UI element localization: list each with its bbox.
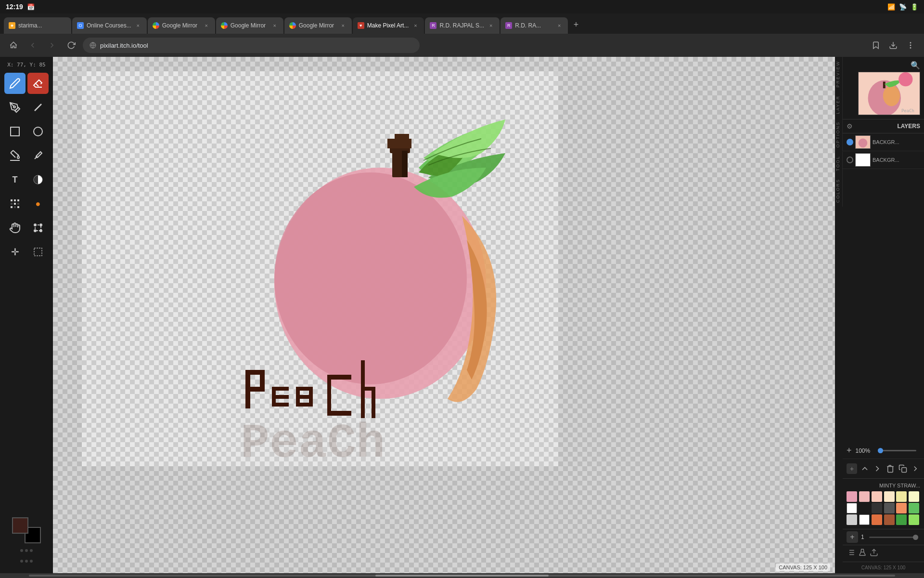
line-tool[interactable] (27, 97, 49, 118)
canvas-area[interactable]: PeaCh CANVAS: 125 X 100 (53, 57, 835, 573)
pencil-tool[interactable] (4, 73, 26, 94)
layer-slider[interactable] (869, 535, 918, 539)
tab-close-8[interactable]: × (555, 22, 563, 29)
delete-layer-button[interactable] (885, 462, 895, 475)
palette-color-4[interactable] (884, 491, 895, 502)
palette-color-14[interactable] (859, 514, 870, 525)
gear-icon[interactable]: ⚙ (847, 122, 853, 130)
tab-favicon-6: ♥ (358, 22, 364, 29)
tool-row-1 (0, 73, 53, 94)
move-layer-up-button[interactable] (860, 462, 870, 475)
palette-color-15[interactable] (872, 514, 882, 525)
spray-tool[interactable]: ● (27, 193, 49, 214)
layer-item-2[interactable]: BACKGR... (843, 151, 924, 169)
palette-color-1[interactable] (847, 491, 857, 502)
zoom-slider[interactable] (878, 450, 916, 451)
brush-tool[interactable] (4, 97, 26, 118)
tab-rd-8[interactable]: R R.D. RA... × (500, 17, 568, 34)
layer-visibility-1[interactable] (847, 139, 853, 145)
text-tool[interactable]: T (4, 169, 26, 190)
palette-color-9[interactable] (872, 503, 882, 513)
layer-item-1[interactable]: BACKGR... (843, 133, 924, 151)
palette-color-10[interactable] (884, 503, 895, 513)
palette-color-16[interactable] (884, 514, 895, 525)
tab-starima[interactable]: ★ starima... (4, 17, 71, 34)
url-bar[interactable]: pixilart.itch.io/tool (83, 38, 420, 53)
fill-tool[interactable] (4, 145, 26, 166)
palette-color-11[interactable] (896, 503, 907, 513)
scroll-track[interactable] (29, 575, 895, 577)
palette-color-8[interactable] (859, 503, 870, 513)
bottom-scrollbar[interactable] (0, 573, 924, 578)
palette-color-2[interactable] (859, 491, 870, 502)
home-button[interactable] (6, 38, 21, 53)
list-icon[interactable] (847, 548, 855, 559)
gradient-tool[interactable] (27, 169, 49, 190)
circle-tool[interactable] (27, 121, 49, 142)
eraser-tool[interactable] (27, 73, 49, 94)
palette-color-13[interactable] (847, 514, 857, 525)
move-layer-right-button[interactable] (873, 462, 882, 475)
hand-tool[interactable] (4, 217, 26, 238)
merge-layer-button[interactable] (911, 462, 920, 475)
palette-color-3[interactable] (872, 491, 882, 502)
zoom-handle[interactable] (878, 448, 883, 453)
export-icon[interactable] (870, 548, 878, 559)
tab-google-mirror-5[interactable]: Google Mirror × (284, 17, 352, 34)
tab-online-courses[interactable]: O Online Courses... × (72, 17, 147, 34)
back-button[interactable] (25, 38, 40, 53)
palette-color-7[interactable] (847, 503, 857, 513)
svg-point-33 (274, 172, 467, 384)
palette-color-5[interactable] (896, 491, 907, 502)
tab-close-6[interactable]: × (411, 22, 419, 29)
tab-rd-rajpal-7[interactable]: R R.D. RAJPAL S... × (425, 17, 500, 34)
refresh-button[interactable] (64, 38, 79, 53)
move-tool[interactable]: ✛ (4, 241, 26, 263)
tab-make-pixel-art[interactable]: ♥ Make Pixel Art... × (353, 17, 424, 34)
color-swatches[interactable] (12, 517, 41, 543)
add-layer-bottom-button[interactable]: + (847, 531, 858, 543)
tab-close-7[interactable]: × (487, 22, 495, 29)
plus-icon[interactable]: + (847, 446, 852, 456)
menu-button[interactable] (903, 38, 918, 53)
selection-tool[interactable] (27, 241, 49, 263)
bookmark-button[interactable] (868, 38, 884, 53)
eyedropper-tool[interactable] (27, 145, 49, 166)
svg-rect-54 (327, 375, 351, 380)
svg-rect-20 (17, 206, 19, 208)
palette-color-18[interactable] (909, 514, 919, 525)
forward-button[interactable] (44, 38, 60, 53)
tab-google-mirror-3[interactable]: Google Mirror × (148, 17, 215, 34)
tab-google-mirror-4[interactable]: Google Mirror × (216, 17, 283, 34)
svg-point-23 (40, 224, 42, 226)
layer-visibility-2[interactable] (847, 157, 853, 163)
svg-rect-65 (901, 468, 906, 473)
pixel-canvas[interactable]: PeaCh (82, 71, 558, 466)
palette-color-6[interactable] (909, 491, 919, 502)
palette-color-17[interactable] (896, 514, 907, 525)
tool-row-8: ✛ (0, 241, 53, 263)
tab-close-5[interactable]: × (339, 22, 347, 29)
svg-rect-14 (17, 199, 19, 201)
duplicate-layer-button[interactable] (898, 462, 908, 475)
transform-tool[interactable] (27, 217, 49, 238)
flask-icon[interactable] (858, 548, 867, 559)
tab-close-3[interactable]: × (203, 22, 210, 29)
svg-text:PeaCh: PeaCh (241, 417, 385, 466)
scroll-thumb[interactable] (375, 575, 549, 577)
tab-label-2: Online Courses... (87, 22, 131, 29)
download-button[interactable] (886, 38, 901, 53)
tab-close-4[interactable]: × (271, 22, 279, 29)
tab-close-2[interactable]: × (134, 22, 142, 29)
add-layer-button[interactable]: + (847, 462, 857, 475)
rectangle-tool[interactable] (4, 121, 26, 142)
magnify-icon[interactable]: 🔍 (911, 61, 920, 70)
palette-color-12[interactable] (909, 503, 919, 513)
coords-display: X: 77, Y: 85 (7, 62, 45, 68)
layers-title: LAYERS (897, 123, 920, 130)
new-tab-button[interactable]: + (569, 17, 583, 32)
svg-rect-52 (296, 403, 313, 407)
foreground-color[interactable] (12, 517, 28, 534)
dither-tool[interactable] (4, 193, 26, 214)
tab-favicon-2: O (77, 22, 84, 29)
